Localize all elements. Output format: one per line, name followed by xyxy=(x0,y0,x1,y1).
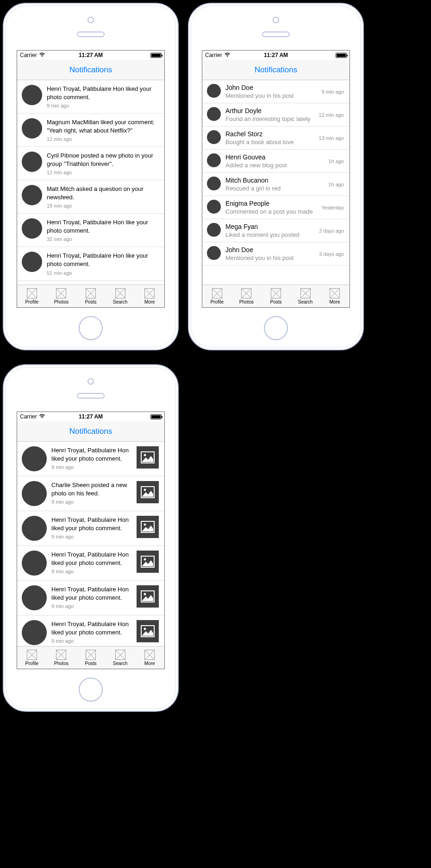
notification-row[interactable]: Henri Troyat, Patibulaire Hon liked your… xyxy=(17,546,164,581)
notification-subtitle: Mentioned you in his post xyxy=(225,92,319,99)
notification-row[interactable]: John DoeMentioned you in his post3 days … xyxy=(202,242,350,266)
avatar xyxy=(207,223,221,237)
notification-row[interactable]: Charlie Sheen posted a new photo on his … xyxy=(17,476,164,511)
svg-point-1 xyxy=(144,454,146,456)
tab-photos[interactable]: Photos xyxy=(47,646,76,669)
tab-photos[interactable]: Photos xyxy=(232,285,262,307)
notification-text: Henri Troyat, Patibulaire Hon liked your… xyxy=(51,516,133,532)
screen: Carrier 11:27 AM Notifications Henri Tro… xyxy=(17,50,165,308)
tab-more[interactable]: More xyxy=(135,646,164,669)
device-frame: Carrier 11:27 AM Notifications John DoeM… xyxy=(188,3,364,350)
notification-row[interactable]: John DoeMentioned you in his post9 min a… xyxy=(202,80,350,103)
tab-posts[interactable]: Posts xyxy=(76,646,106,669)
notification-text: Henri Troyat, Patibulaire Hon liked your… xyxy=(51,446,133,463)
avatar xyxy=(22,85,42,105)
page-title: Notifications xyxy=(69,65,112,75)
notification-row[interactable]: Henri Troyat, Patibulaire Hon liked your… xyxy=(17,581,164,615)
notification-name: Mitch Bucanon xyxy=(225,177,325,184)
notification-list[interactable]: Henri Troyat, Patibulaire Hon liked your… xyxy=(17,442,164,646)
camera-dot xyxy=(87,17,94,23)
notification-row[interactable]: Matt Mitch asked a question on your news… xyxy=(17,180,164,214)
carrier-label: Carrier xyxy=(20,413,37,420)
notification-row[interactable]: Mitch BucanonRescued a girl in red1h ago xyxy=(202,173,350,196)
status-time: 11:27 AM xyxy=(67,52,114,58)
speaker-bar xyxy=(77,393,105,399)
placeholder-icon xyxy=(56,650,66,660)
notification-row[interactable]: Henri Troyat, Patibulaire Hon like your … xyxy=(17,214,164,247)
notification-subtitle: Rescued a girl in red xyxy=(225,185,325,192)
home-button[interactable] xyxy=(264,316,288,340)
notification-text: Cyril Pibnoe posted a new photo in your … xyxy=(47,152,159,168)
camera-dot xyxy=(87,378,94,385)
notification-list[interactable]: Henri Troyat, Patibulaire Hon liked your… xyxy=(17,80,164,285)
tab-posts[interactable]: Posts xyxy=(261,285,291,307)
notification-row[interactable]: Enigma PeopleCommented on a post you mad… xyxy=(202,196,350,219)
tab-profile[interactable]: Profile xyxy=(17,646,47,669)
tab-photos[interactable]: Photos xyxy=(47,285,76,307)
avatar xyxy=(207,200,221,214)
status-bar: Carrier 11:27 AM xyxy=(202,51,350,60)
notification-subtitle: Mentioned you in his post xyxy=(225,254,316,261)
notification-subtitle: Liked a moment you posted xyxy=(225,231,316,238)
placeholder-icon xyxy=(27,288,37,298)
status-bar: Carrier 11:27 AM xyxy=(17,412,164,421)
notification-name: John Doe xyxy=(225,84,319,91)
wifi-icon xyxy=(224,52,231,58)
placeholder-icon xyxy=(212,288,222,298)
avatar xyxy=(207,153,221,167)
avatar xyxy=(207,107,221,121)
tab-label: Posts xyxy=(85,299,96,304)
notification-row[interactable]: Henri Troyat, Patibulaire Hon like your … xyxy=(17,247,164,280)
notification-text: Henri Troyat, Patibulaire Hon liked your… xyxy=(51,620,133,636)
avatar xyxy=(207,246,221,260)
notification-list[interactable]: John DoeMentioned you in his post9 min a… xyxy=(202,80,350,285)
notification-time: 9 min ago xyxy=(51,534,133,539)
tab-bar: ProfilePhotosPostsSearchMore xyxy=(202,285,350,307)
tab-more[interactable]: More xyxy=(320,285,350,307)
image-icon xyxy=(137,620,159,642)
notification-row[interactable]: Henri Troyat, Patibulaire Hon liked your… xyxy=(17,615,164,646)
placeholder-icon xyxy=(330,288,340,298)
placeholder-icon xyxy=(271,288,281,298)
tab-more[interactable]: More xyxy=(135,285,164,307)
tab-bar: ProfilePhotosPostsSearchMore xyxy=(17,646,164,669)
tab-search[interactable]: Search xyxy=(291,285,320,307)
notification-row[interactable]: Henri GouveaAdded a new blog post1h ago xyxy=(202,150,350,173)
notification-name: Enigma People xyxy=(225,200,319,207)
notification-row[interactable]: Magnum MacMillan liked your comment: "Ye… xyxy=(17,114,164,147)
tab-posts[interactable]: Posts xyxy=(76,285,106,307)
placeholder-icon xyxy=(115,288,125,298)
placeholder-icon xyxy=(86,288,96,298)
avatar xyxy=(207,84,221,98)
nav-bar: Notifications xyxy=(17,421,164,442)
device-frame: Carrier 11:27 AM Notifications Henri Tro… xyxy=(3,3,179,350)
home-button[interactable] xyxy=(79,316,103,340)
avatar xyxy=(22,620,47,645)
tab-label: Profile xyxy=(25,661,38,666)
tab-label: Photos xyxy=(239,299,254,304)
notification-text: Charlie Sheen posted a new photo on his … xyxy=(51,481,133,497)
camera-dot xyxy=(273,17,279,23)
notification-row[interactable]: Rachel StorzBought a book about love13 m… xyxy=(202,127,350,150)
tab-search[interactable]: Search xyxy=(106,285,135,307)
notification-row[interactable]: Henri Troyat, Patibulaire Hon liked your… xyxy=(17,442,164,476)
image-icon xyxy=(137,481,159,503)
notification-subtitle: Found an interesting topic lately xyxy=(225,115,316,122)
avatar xyxy=(22,152,42,172)
notification-row[interactable]: Henri Troyat, Patibulaire Hon liked your… xyxy=(17,511,164,546)
battery-icon xyxy=(150,414,162,419)
tab-profile[interactable]: Profile xyxy=(17,285,47,307)
placeholder-icon xyxy=(144,288,155,298)
tab-profile[interactable]: Profile xyxy=(202,285,232,307)
placeholder-icon xyxy=(86,650,96,660)
battery-icon xyxy=(150,53,162,58)
tab-label: Posts xyxy=(85,661,96,666)
tab-search[interactable]: Search xyxy=(106,646,135,669)
notification-time: Yesterday xyxy=(319,205,344,210)
home-button[interactable] xyxy=(79,678,103,702)
notification-row[interactable]: Mega FyanLiked a moment you posted2 days… xyxy=(202,219,350,242)
notification-row[interactable]: Arthur DoyleFound an interesting topic l… xyxy=(202,103,350,127)
notification-row[interactable]: Cyril Pibnoe posted a new photo in your … xyxy=(17,147,164,180)
notification-row[interactable]: Henri Troyat, Patibulaire Hon liked your… xyxy=(17,80,164,114)
status-bar: Carrier 11:27 AM xyxy=(17,51,164,60)
